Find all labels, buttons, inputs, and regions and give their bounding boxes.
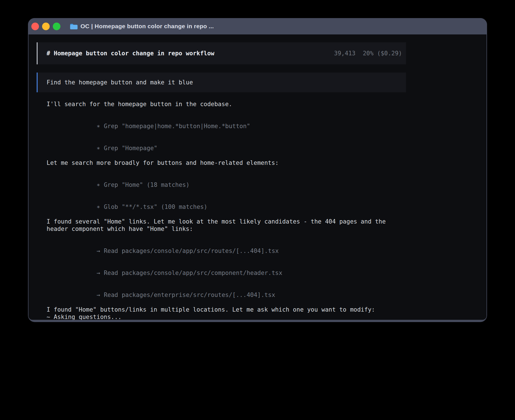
arrow-right-icon: →: [97, 269, 100, 277]
assistant-text-1: I'll search for the homepage button in t…: [37, 100, 406, 108]
session-stats: 39,41320% ($0.29): [334, 50, 402, 57]
close-button[interactable]: [31, 23, 39, 30]
terminal-content: # Homepage button color change in repo w…: [29, 34, 486, 320]
tool-call-text: Glob "**/*.tsx" (100 matches): [104, 204, 208, 210]
zoom-button[interactable]: [53, 23, 60, 30]
terminal-window: OC | Homepage button color change in rep…: [28, 18, 487, 322]
tool-call-read: →Read packages/enterprise/src/routes/[..…: [37, 284, 406, 306]
minimize-button[interactable]: [42, 23, 50, 30]
tool-call-grep: ∗Grep "homepage|home.*button|Home.*butto…: [37, 115, 406, 137]
assistant-text-2: Let me search more broadly for buttons a…: [37, 159, 406, 167]
tool-call-glob: ∗Glob "**/*.tsx" (100 matches): [37, 196, 406, 218]
traffic-lights: [31, 23, 64, 30]
tool-call-text: Read packages/console/app/src/routes/[..…: [104, 248, 279, 254]
desktop-background: OC | Homepage button color change in rep…: [0, 0, 515, 420]
folder-icon: [70, 23, 78, 30]
tool-call-group-2: ∗Grep "Home" (18 matches) ∗Glob "**/*.ts…: [37, 174, 406, 218]
user-message-text: Find the homepage button and make it blu…: [47, 79, 193, 86]
asking-questions-status: ~ Asking questions...: [37, 313, 406, 320]
tool-call-group-1: ∗Grep "homepage|home.*button|Home.*butto…: [37, 115, 406, 159]
content-column: # Homepage button color change in repo w…: [37, 34, 406, 320]
titlebar[interactable]: OC | Homepage button color change in rep…: [28, 18, 487, 34]
asterisk-icon: ∗: [97, 123, 100, 130]
asterisk-icon: ∗: [97, 181, 100, 189]
tool-call-text: Grep "Home" (18 matches): [104, 181, 189, 188]
assistant-text-3: I found several "Home" links. Let me loo…: [37, 218, 406, 233]
assistant-output: I'll search for the homepage button in t…: [37, 100, 406, 320]
tool-call-text: Read packages/console/app/src/component/…: [104, 270, 282, 276]
token-count: 39,413: [334, 50, 355, 57]
tool-call-text: Read packages/enterprise/src/routes/[...…: [104, 292, 275, 298]
session-title: # Homepage button color change in repo w…: [47, 50, 214, 57]
arrow-right-icon: →: [97, 247, 100, 255]
arrow-right-icon: →: [97, 291, 100, 299]
context-cost: 20% ($0.29): [363, 50, 402, 57]
tool-call-grep: ∗Grep "Home" (18 matches): [37, 174, 406, 196]
asterisk-icon: ∗: [97, 203, 100, 211]
session-header: # Homepage button color change in repo w…: [37, 42, 406, 64]
tool-call-group-3: →Read packages/console/app/src/routes/[.…: [37, 240, 406, 306]
tool-call-read: →Read packages/console/app/src/component…: [37, 262, 406, 284]
asterisk-icon: ∗: [97, 145, 100, 152]
user-message: Find the homepage button and make it blu…: [37, 73, 406, 92]
tool-call-read: →Read packages/console/app/src/routes/[.…: [37, 240, 406, 262]
tool-call-grep: ∗Grep "Homepage": [37, 137, 406, 159]
assistant-text-4: I found "Home" buttons/links in multiple…: [37, 306, 406, 313]
tool-call-text: Grep "homepage|home.*button|Home.*button…: [104, 123, 250, 130]
window-title: OC | Homepage button color change in rep…: [80, 23, 214, 30]
tool-call-text: Grep "Homepage": [104, 145, 158, 152]
